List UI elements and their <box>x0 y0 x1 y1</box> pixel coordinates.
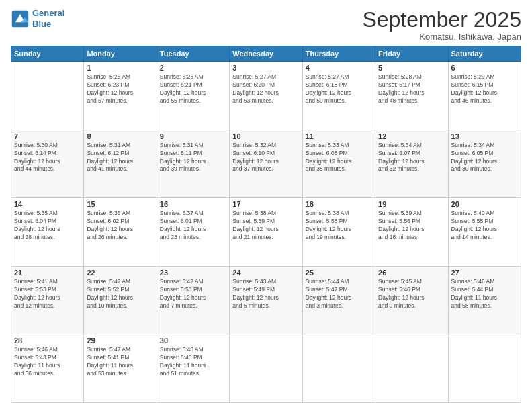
day-number: 7 <box>14 132 81 140</box>
day-info: Sunrise: 5:37 AM Sunset: 6:01 PM Dayligh… <box>160 210 226 242</box>
calendar-day-cell: 7Sunrise: 5:30 AM Sunset: 6:14 PM Daylig… <box>11 130 84 198</box>
day-info: Sunrise: 5:48 AM Sunset: 5:40 PM Dayligh… <box>160 346 226 378</box>
day-info: Sunrise: 5:41 AM Sunset: 5:53 PM Dayligh… <box>14 278 81 310</box>
day-number: 4 <box>306 64 372 72</box>
day-number: 26 <box>378 269 445 277</box>
logo-icon <box>11 9 30 28</box>
day-info: Sunrise: 5:45 AM Sunset: 5:46 PM Dayligh… <box>378 278 445 310</box>
calendar-day-header: Thursday <box>302 46 375 62</box>
location: Komatsu, Ishikawa, Japan <box>362 32 521 42</box>
calendar-day-cell: 14Sunrise: 5:35 AM Sunset: 6:04 PM Dayli… <box>11 198 84 267</box>
day-info: Sunrise: 5:44 AM Sunset: 5:47 PM Dayligh… <box>306 278 372 310</box>
day-number: 23 <box>160 269 226 277</box>
calendar-day-cell <box>302 334 375 403</box>
day-info: Sunrise: 5:33 AM Sunset: 6:08 PM Dayligh… <box>306 142 372 174</box>
day-info: Sunrise: 5:40 AM Sunset: 5:55 PM Dayligh… <box>451 210 518 242</box>
calendar-day-cell: 1Sunrise: 5:25 AM Sunset: 6:23 PM Daylig… <box>84 62 157 130</box>
day-number: 21 <box>14 269 81 277</box>
day-info: Sunrise: 5:46 AM Sunset: 5:44 PM Dayligh… <box>451 278 518 310</box>
calendar-day-cell: 8Sunrise: 5:31 AM Sunset: 6:12 PM Daylig… <box>84 130 157 198</box>
calendar-day-cell: 5Sunrise: 5:28 AM Sunset: 6:17 PM Daylig… <box>375 62 448 130</box>
calendar-header-row: SundayMondayTuesdayWednesdayThursdayFrid… <box>11 46 521 62</box>
day-number: 2 <box>160 64 226 72</box>
day-number: 30 <box>160 336 226 345</box>
day-number: 28 <box>14 336 81 345</box>
calendar-day-header: Sunday <box>11 46 84 62</box>
calendar-day-cell: 30Sunrise: 5:48 AM Sunset: 5:40 PM Dayli… <box>157 334 229 403</box>
calendar-day-header: Friday <box>375 46 448 62</box>
day-number: 19 <box>378 200 445 208</box>
calendar-day-cell: 29Sunrise: 5:47 AM Sunset: 5:41 PM Dayli… <box>84 334 157 403</box>
day-info: Sunrise: 5:26 AM Sunset: 6:21 PM Dayligh… <box>160 73 226 105</box>
calendar-day-cell: 3Sunrise: 5:27 AM Sunset: 6:20 PM Daylig… <box>230 62 302 130</box>
day-info: Sunrise: 5:27 AM Sunset: 6:18 PM Dayligh… <box>306 73 372 105</box>
day-info: Sunrise: 5:25 AM Sunset: 6:23 PM Dayligh… <box>87 73 153 105</box>
calendar-day-cell: 18Sunrise: 5:38 AM Sunset: 5:58 PM Dayli… <box>302 198 375 267</box>
calendar-day-cell <box>11 62 84 130</box>
calendar: SundayMondayTuesdayWednesdayThursdayFrid… <box>11 46 521 403</box>
calendar-day-cell: 26Sunrise: 5:45 AM Sunset: 5:46 PM Dayli… <box>375 266 448 334</box>
calendar-day-cell: 22Sunrise: 5:42 AM Sunset: 5:52 PM Dayli… <box>84 266 157 334</box>
calendar-day-header: Saturday <box>448 46 521 62</box>
month-title: September 2025 <box>362 8 521 32</box>
calendar-day-cell: 11Sunrise: 5:33 AM Sunset: 6:08 PM Dayli… <box>302 130 375 198</box>
calendar-day-cell: 2Sunrise: 5:26 AM Sunset: 6:21 PM Daylig… <box>157 62 229 130</box>
day-info: Sunrise: 5:30 AM Sunset: 6:14 PM Dayligh… <box>14 142 81 174</box>
day-number: 20 <box>451 200 518 208</box>
day-info: Sunrise: 5:31 AM Sunset: 6:11 PM Dayligh… <box>160 142 226 174</box>
calendar-week-row: 7Sunrise: 5:30 AM Sunset: 6:14 PM Daylig… <box>11 130 521 198</box>
calendar-day-cell: 24Sunrise: 5:43 AM Sunset: 5:49 PM Dayli… <box>230 266 302 334</box>
day-number: 6 <box>451 64 518 72</box>
logo-text: General Blue <box>32 8 64 29</box>
calendar-day-cell: 9Sunrise: 5:31 AM Sunset: 6:11 PM Daylig… <box>157 130 229 198</box>
day-number: 15 <box>87 200 153 208</box>
day-info: Sunrise: 5:43 AM Sunset: 5:49 PM Dayligh… <box>232 278 299 310</box>
calendar-day-cell: 15Sunrise: 5:36 AM Sunset: 6:02 PM Dayli… <box>84 198 157 267</box>
calendar-day-cell <box>230 334 302 403</box>
day-number: 25 <box>306 269 372 277</box>
calendar-day-cell: 13Sunrise: 5:34 AM Sunset: 6:05 PM Dayli… <box>448 130 521 198</box>
calendar-day-cell: 20Sunrise: 5:40 AM Sunset: 5:55 PM Dayli… <box>448 198 521 267</box>
calendar-day-cell: 16Sunrise: 5:37 AM Sunset: 6:01 PM Dayli… <box>157 198 229 267</box>
calendar-day-header: Monday <box>84 46 157 62</box>
calendar-day-cell: 4Sunrise: 5:27 AM Sunset: 6:18 PM Daylig… <box>302 62 375 130</box>
day-number: 3 <box>232 64 299 72</box>
day-number: 16 <box>160 200 226 208</box>
calendar-day-cell: 28Sunrise: 5:46 AM Sunset: 5:43 PM Dayli… <box>11 334 84 403</box>
calendar-week-row: 21Sunrise: 5:41 AM Sunset: 5:53 PM Dayli… <box>11 266 521 334</box>
day-number: 14 <box>14 200 81 208</box>
day-info: Sunrise: 5:42 AM Sunset: 5:50 PM Dayligh… <box>160 278 226 310</box>
calendar-week-row: 28Sunrise: 5:46 AM Sunset: 5:43 PM Dayli… <box>11 334 521 403</box>
day-info: Sunrise: 5:39 AM Sunset: 5:56 PM Dayligh… <box>378 210 445 242</box>
calendar-day-header: Tuesday <box>157 46 229 62</box>
day-number: 9 <box>160 132 226 140</box>
calendar-day-cell: 23Sunrise: 5:42 AM Sunset: 5:50 PM Dayli… <box>157 266 229 334</box>
day-number: 29 <box>87 336 153 345</box>
logo-line2: Blue <box>32 19 51 29</box>
header: General Blue September 2025 Komatsu, Ish… <box>11 8 521 42</box>
day-info: Sunrise: 5:36 AM Sunset: 6:02 PM Dayligh… <box>87 210 153 242</box>
page: General Blue September 2025 Komatsu, Ish… <box>0 0 532 411</box>
calendar-week-row: 14Sunrise: 5:35 AM Sunset: 6:04 PM Dayli… <box>11 198 521 267</box>
day-info: Sunrise: 5:38 AM Sunset: 5:59 PM Dayligh… <box>232 210 299 242</box>
day-number: 10 <box>232 132 299 140</box>
logo: General Blue <box>11 8 64 29</box>
day-number: 22 <box>87 269 153 277</box>
day-info: Sunrise: 5:46 AM Sunset: 5:43 PM Dayligh… <box>14 346 81 378</box>
day-number: 11 <box>306 132 372 140</box>
day-info: Sunrise: 5:27 AM Sunset: 6:20 PM Dayligh… <box>232 73 299 105</box>
calendar-day-header: Wednesday <box>230 46 302 62</box>
day-info: Sunrise: 5:28 AM Sunset: 6:17 PM Dayligh… <box>378 73 445 105</box>
day-number: 12 <box>378 132 445 140</box>
day-info: Sunrise: 5:29 AM Sunset: 6:15 PM Dayligh… <box>451 73 518 105</box>
calendar-day-cell: 21Sunrise: 5:41 AM Sunset: 5:53 PM Dayli… <box>11 266 84 334</box>
calendar-day-cell <box>448 334 521 403</box>
day-info: Sunrise: 5:31 AM Sunset: 6:12 PM Dayligh… <box>87 142 153 174</box>
day-number: 8 <box>87 132 153 140</box>
day-info: Sunrise: 5:38 AM Sunset: 5:58 PM Dayligh… <box>306 210 372 242</box>
day-number: 27 <box>451 269 518 277</box>
day-info: Sunrise: 5:35 AM Sunset: 6:04 PM Dayligh… <box>14 210 81 242</box>
calendar-day-cell: 10Sunrise: 5:32 AM Sunset: 6:10 PM Dayli… <box>230 130 302 198</box>
title-block: September 2025 Komatsu, Ishikawa, Japan <box>362 8 521 42</box>
calendar-day-cell: 19Sunrise: 5:39 AM Sunset: 5:56 PM Dayli… <box>375 198 448 267</box>
